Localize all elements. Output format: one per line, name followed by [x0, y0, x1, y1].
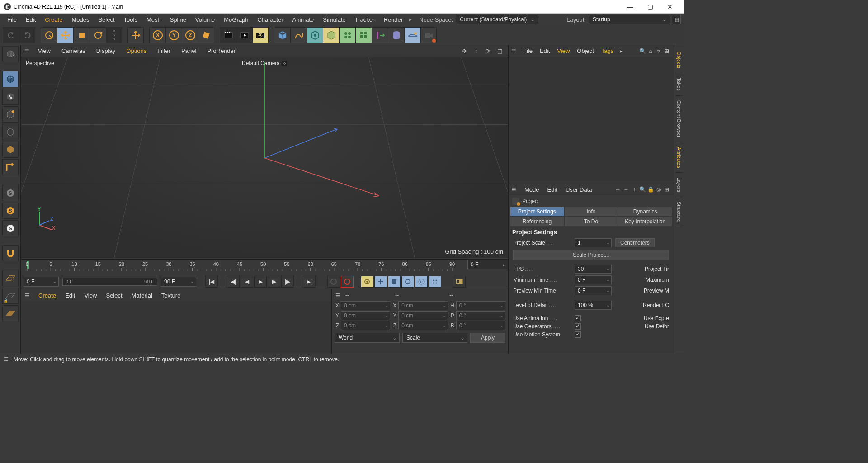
coord-apply-button[interactable]: Apply [470, 333, 505, 343]
menu-edit[interactable]: Edit [21, 14, 40, 25]
attr-menu-icon[interactable] [511, 185, 519, 194]
pos-y-input[interactable]: 0 cm [341, 311, 390, 320]
om-object[interactable]: Object [573, 47, 598, 54]
chk-use-generators[interactable] [575, 323, 581, 330]
menu-select[interactable]: Select [94, 14, 119, 25]
world-object-toggle[interactable] [198, 27, 214, 43]
am-new-icon[interactable]: ◎ [655, 186, 663, 193]
layout-extra-icon[interactable]: ▦ [672, 15, 681, 24]
om-search-icon[interactable]: 🔍 [638, 47, 646, 55]
om-expand-icon[interactable]: ⊞ [663, 47, 671, 55]
coord-menu-icon[interactable] [335, 291, 343, 300]
sidetab-structure[interactable]: Structure [675, 197, 683, 227]
menu-create[interactable]: Create [40, 14, 67, 25]
material-body[interactable] [21, 301, 331, 354]
range-slider[interactable]: 0 F90 F [62, 278, 157, 286]
polygon-mode[interactable] [2, 159, 19, 175]
mat-create[interactable]: Create [34, 292, 61, 299]
tab-dynamics[interactable]: Dynamics [618, 207, 672, 216]
size-y-input[interactable]: 0 cm [398, 311, 448, 320]
am-back-icon[interactable]: ← [614, 186, 622, 193]
om-file[interactable]: File [519, 47, 536, 54]
timeline-ruler[interactable]: 051015202530354045505560657075808590 0 F [21, 259, 508, 274]
key-pos-button[interactable] [374, 276, 387, 288]
select-tool[interactable] [41, 27, 57, 43]
menu-mesh[interactable]: Mesh [142, 14, 165, 25]
vp-prorender[interactable]: ProRender [203, 47, 240, 54]
rot-b-input[interactable]: 0 ° [456, 321, 505, 330]
viewport[interactable]: Perspective Default Camera⁘ Grid Spacing… [21, 57, 508, 259]
key-pla-button[interactable]: P [415, 276, 428, 288]
workplane-a[interactable] [2, 270, 19, 286]
cube-primitive[interactable] [274, 27, 290, 43]
render-play-button[interactable] [236, 27, 252, 43]
mat-view[interactable]: View [80, 292, 101, 299]
object-mode[interactable] [2, 106, 19, 123]
menu-character[interactable]: Character [253, 14, 288, 25]
input-fps[interactable]: 30 [575, 265, 612, 274]
sidetab-content-browser[interactable]: Content Browser [675, 96, 683, 142]
rot-p-input[interactable]: 0 ° [456, 311, 505, 320]
am-mode[interactable]: Mode [520, 186, 543, 193]
coord-system-select[interactable]: World [335, 333, 400, 343]
input-preview-min[interactable]: 0 F [575, 286, 612, 295]
vp-layout-icon[interactable]: ◫ [495, 46, 505, 56]
maximize-button[interactable]: ▢ [640, 0, 660, 13]
viewport-camera[interactable]: Default Camera⁘ [242, 60, 287, 66]
goto-start-button[interactable]: |◀ [205, 276, 218, 288]
menu-overflow-icon[interactable]: ▸ [407, 16, 414, 23]
menu-volume[interactable]: Volume [191, 14, 219, 25]
snap-toggle-a[interactable]: S [2, 185, 19, 201]
generator-array[interactable] [339, 27, 355, 43]
workplane-b[interactable]: 🔒 [2, 288, 19, 304]
goto-prev-key-button[interactable]: ◀| [227, 276, 240, 288]
key-param-button[interactable] [429, 276, 441, 288]
chk-use-animation[interactable] [575, 315, 581, 321]
record-button[interactable] [327, 276, 340, 288]
pos-x-input[interactable]: 0 cm [341, 301, 390, 310]
am-edit[interactable]: Edit [543, 186, 561, 193]
rotate-tool[interactable] [90, 27, 106, 43]
obj-menu-icon[interactable] [511, 46, 519, 56]
model-mode[interactable] [2, 71, 19, 87]
menu-render[interactable]: Render [379, 14, 407, 25]
tab-info[interactable]: Info [565, 207, 618, 216]
make-editable-button[interactable] [2, 46, 19, 62]
edge-mode[interactable] [2, 142, 19, 158]
material-menu-icon[interactable] [25, 291, 32, 300]
object-manager-body[interactable] [509, 57, 674, 184]
undo-button[interactable] [3, 27, 19, 43]
menu-animate[interactable]: Animate [288, 14, 319, 25]
menu-simulate[interactable]: Simulate [318, 14, 350, 25]
om-home-icon[interactable]: ⌂ [646, 47, 655, 55]
point-mode[interactable] [2, 124, 19, 140]
key-rot-button[interactable] [401, 276, 414, 288]
step-back-button[interactable]: ◀ [241, 276, 253, 288]
vp-orbit-icon[interactable]: ⟳ [483, 46, 493, 56]
layout-dropdown[interactable]: Startup [589, 15, 670, 24]
om-filter-icon[interactable]: ▿ [655, 47, 663, 55]
y-axis-lock[interactable]: Y [165, 27, 182, 43]
om-view[interactable]: View [553, 47, 573, 54]
pos-z-input[interactable]: 0 cm [341, 321, 390, 330]
am-search-icon[interactable]: 🔍 [638, 186, 646, 193]
range-end-input[interactable]: 90 F [161, 277, 196, 287]
select-project-unit[interactable]: Centimeters [615, 238, 655, 247]
vp-zoom-icon[interactable]: ↕ [471, 46, 481, 56]
play-button[interactable]: ▶ [254, 276, 267, 288]
current-frame-display[interactable]: 0 F [467, 260, 508, 269]
mat-texture[interactable]: Texture [157, 292, 185, 299]
psr-tool[interactable]: PSR [106, 27, 122, 43]
key-options-button[interactable] [361, 276, 373, 288]
om-edit[interactable]: Edit [536, 47, 553, 54]
om-tags[interactable]: Tags [598, 47, 617, 54]
status-menu-icon[interactable] [4, 354, 10, 364]
z-axis-lock[interactable]: Z [182, 27, 198, 43]
sidetab-objects[interactable]: Objects [675, 47, 683, 73]
menu-spline[interactable]: Spline [165, 14, 191, 25]
mat-edit[interactable]: Edit [61, 292, 80, 299]
goto-next-key-button[interactable]: |▶ [281, 276, 294, 288]
render-settings-button[interactable] [252, 27, 269, 43]
menu-file[interactable]: File [3, 14, 21, 25]
am-expand-icon[interactable]: ⊞ [663, 186, 671, 193]
